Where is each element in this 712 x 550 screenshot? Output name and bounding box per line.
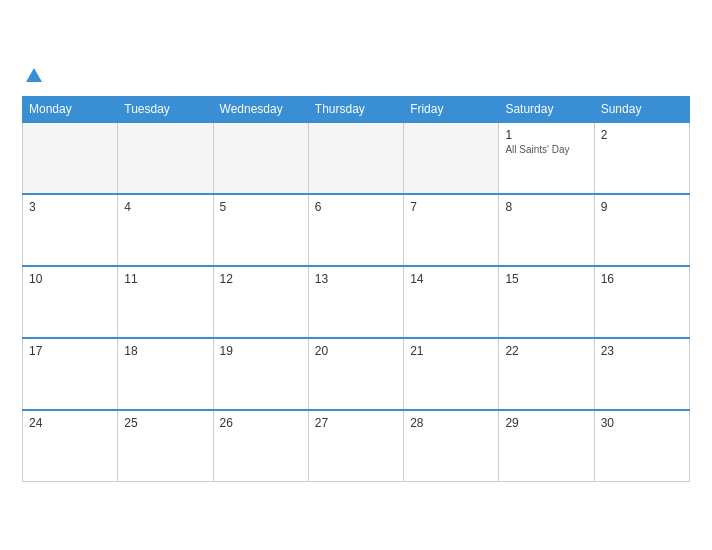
logo <box>22 68 42 84</box>
calendar-day-cell: 27 <box>308 410 403 482</box>
day-number: 4 <box>124 200 206 214</box>
day-number: 20 <box>315 344 397 358</box>
logo-triangle-icon <box>26 68 42 82</box>
calendar-day-cell: 14 <box>404 266 499 338</box>
calendar-week-row: 1All Saints' Day2 <box>23 122 690 194</box>
day-number: 7 <box>410 200 492 214</box>
day-number: 2 <box>601 128 683 142</box>
calendar-event: All Saints' Day <box>505 144 569 155</box>
calendar-week-row: 10111213141516 <box>23 266 690 338</box>
day-number: 25 <box>124 416 206 430</box>
day-number: 23 <box>601 344 683 358</box>
calendar-week-row: 3456789 <box>23 194 690 266</box>
calendar-header-cell: Thursday <box>308 96 403 122</box>
calendar-day-cell: 7 <box>404 194 499 266</box>
day-number: 14 <box>410 272 492 286</box>
calendar-day-cell: 23 <box>594 338 689 410</box>
calendar-day-cell: 22 <box>499 338 594 410</box>
calendar-header-cell: Saturday <box>499 96 594 122</box>
calendar-day-cell <box>308 122 403 194</box>
day-number: 19 <box>220 344 302 358</box>
day-number: 8 <box>505 200 587 214</box>
calendar-week-row: 17181920212223 <box>23 338 690 410</box>
calendar-day-cell: 24 <box>23 410 118 482</box>
calendar-day-cell: 21 <box>404 338 499 410</box>
day-number: 30 <box>601 416 683 430</box>
calendar-header-cell: Wednesday <box>213 96 308 122</box>
calendar-header-cell: Tuesday <box>118 96 213 122</box>
calendar-day-cell: 2 <box>594 122 689 194</box>
day-number: 27 <box>315 416 397 430</box>
calendar-day-cell: 18 <box>118 338 213 410</box>
calendar-day-cell: 4 <box>118 194 213 266</box>
calendar-day-cell: 12 <box>213 266 308 338</box>
calendar-header-cell: Friday <box>404 96 499 122</box>
calendar-day-cell: 11 <box>118 266 213 338</box>
calendar-day-cell: 29 <box>499 410 594 482</box>
day-number: 26 <box>220 416 302 430</box>
calendar-day-cell: 3 <box>23 194 118 266</box>
day-number: 22 <box>505 344 587 358</box>
day-number: 24 <box>29 416 111 430</box>
calendar-page: MondayTuesdayWednesdayThursdayFridaySatu… <box>6 52 706 499</box>
calendar-day-cell <box>118 122 213 194</box>
day-number: 5 <box>220 200 302 214</box>
calendar-day-cell: 15 <box>499 266 594 338</box>
calendar-day-cell: 17 <box>23 338 118 410</box>
calendar-day-cell: 30 <box>594 410 689 482</box>
calendar-day-cell <box>404 122 499 194</box>
header <box>22 68 690 84</box>
calendar-day-cell <box>213 122 308 194</box>
day-number: 29 <box>505 416 587 430</box>
day-number: 13 <box>315 272 397 286</box>
day-number: 11 <box>124 272 206 286</box>
calendar-day-cell: 16 <box>594 266 689 338</box>
calendar-day-cell: 6 <box>308 194 403 266</box>
calendar-header-cell: Sunday <box>594 96 689 122</box>
calendar-day-cell: 10 <box>23 266 118 338</box>
calendar-day-cell: 19 <box>213 338 308 410</box>
calendar-day-cell <box>23 122 118 194</box>
calendar-day-cell: 9 <box>594 194 689 266</box>
day-number: 17 <box>29 344 111 358</box>
calendar-day-cell: 13 <box>308 266 403 338</box>
day-number: 16 <box>601 272 683 286</box>
calendar-day-cell: 8 <box>499 194 594 266</box>
calendar-day-cell: 1All Saints' Day <box>499 122 594 194</box>
calendar-day-cell: 26 <box>213 410 308 482</box>
day-number: 21 <box>410 344 492 358</box>
day-number: 18 <box>124 344 206 358</box>
calendar-header-row: MondayTuesdayWednesdayThursdayFridaySatu… <box>23 96 690 122</box>
day-number: 28 <box>410 416 492 430</box>
day-number: 10 <box>29 272 111 286</box>
calendar-day-cell: 5 <box>213 194 308 266</box>
calendar-day-cell: 28 <box>404 410 499 482</box>
day-number: 15 <box>505 272 587 286</box>
calendar-header-cell: Monday <box>23 96 118 122</box>
day-number: 1 <box>505 128 587 142</box>
calendar-table: MondayTuesdayWednesdayThursdayFridaySatu… <box>22 96 690 483</box>
day-number: 6 <box>315 200 397 214</box>
calendar-week-row: 24252627282930 <box>23 410 690 482</box>
day-number: 9 <box>601 200 683 214</box>
day-number: 12 <box>220 272 302 286</box>
calendar-day-cell: 25 <box>118 410 213 482</box>
day-number: 3 <box>29 200 111 214</box>
calendar-day-cell: 20 <box>308 338 403 410</box>
